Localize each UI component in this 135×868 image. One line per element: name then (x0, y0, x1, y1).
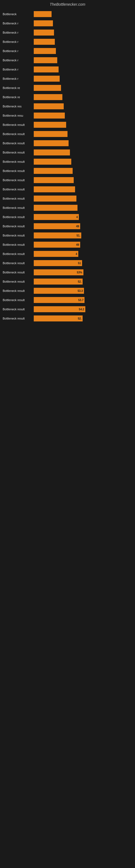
bar-row: Bottleneck re (3, 84, 132, 92)
bar-label: Bottleneck res (3, 105, 34, 108)
bar: 54.2 (34, 306, 85, 312)
bar-value: 49 (76, 225, 79, 228)
bar-value: 51. (77, 234, 81, 237)
bar-wrapper: 49 (34, 242, 132, 248)
bar-row: Bottleneck result (3, 149, 132, 156)
bar-value: 4 (76, 252, 77, 255)
bar-wrapper (34, 205, 132, 211)
bar-value: 4 (76, 216, 78, 219)
bar-label: Bottleneck result (3, 299, 34, 302)
bar-wrapper (34, 103, 132, 109)
bar-row: Bottleneck resu (3, 112, 132, 119)
bar: 53.7 (34, 297, 85, 303)
bar (34, 48, 56, 54)
bar-wrapper (34, 57, 132, 63)
bar-row: Bottleneck r (3, 38, 132, 45)
bar-wrapper (34, 159, 132, 165)
bar-label: Bottleneck r (3, 50, 34, 53)
bar-label: Bottleneck result (3, 280, 34, 283)
bar-wrapper (34, 30, 132, 35)
bar (34, 20, 53, 26)
bar (34, 30, 54, 35)
bar (34, 195, 77, 202)
bar-wrapper (34, 131, 132, 137)
bar-wrapper: 51 (34, 260, 132, 266)
bar-row: Bottleneck result4 (3, 213, 132, 221)
bar-value: 52. (78, 317, 82, 320)
bar: 52. (34, 279, 83, 284)
bar-label: Bottleneck r (3, 68, 34, 71)
bar-label: Bottleneck r (3, 59, 34, 62)
bar-row: Bottleneck result (3, 130, 132, 138)
bar-wrapper (34, 20, 132, 26)
bar-wrapper: 53% (34, 269, 132, 275)
bar (34, 177, 74, 183)
bar-wrapper: 54.2 (34, 306, 132, 312)
bar-label: Bottleneck result (3, 234, 34, 237)
bar (34, 66, 58, 72)
bar-wrapper (34, 195, 132, 202)
bar (34, 76, 60, 82)
bar-wrapper (34, 66, 132, 72)
bar-wrapper (34, 48, 132, 54)
bar-label: Bottleneck result (3, 160, 34, 163)
bar (34, 39, 55, 45)
bar-row: Bottleneck result53% (3, 269, 132, 276)
bar (34, 150, 70, 155)
bar (34, 122, 66, 128)
bar-label: Bottleneck (3, 12, 34, 16)
bar-wrapper: 4 (34, 251, 132, 257)
bar-wrapper (34, 177, 132, 183)
bar-label: Bottleneck result (3, 179, 34, 182)
bar-row: Bottleneck result51 (3, 259, 132, 267)
bar-row: Bottleneck result49 (3, 241, 132, 248)
bar (34, 186, 75, 192)
bar: 49 (34, 242, 80, 248)
bar: 51 (34, 260, 82, 266)
bar-row: Bottleneck result52. (3, 278, 132, 285)
bar (34, 159, 71, 165)
bar-row: Bottleneck result49 (3, 222, 132, 230)
site-title: TheBottlenecker.com (0, 0, 135, 8)
bar-label: Bottleneck result (3, 169, 34, 173)
bar-row: Bottleneck r (3, 47, 132, 55)
bar-row: Bottleneck result53.7 (3, 296, 132, 304)
bar (34, 11, 52, 17)
bar (34, 94, 62, 100)
bar: 52. (34, 315, 83, 321)
bar: 4 (34, 214, 79, 220)
bar-row: Bottleneck result53.3 (3, 287, 132, 294)
bar-wrapper (34, 94, 132, 100)
bar-label: Bottleneck result (3, 308, 34, 311)
bar-row: Bottleneck r (3, 66, 132, 73)
bar (34, 131, 68, 137)
bar-wrapper: 52. (34, 315, 132, 321)
bar-label: Bottleneck result (3, 243, 34, 246)
bar-row: Bottleneck result54.2 (3, 305, 132, 313)
bar-row: Bottleneck result4 (3, 250, 132, 258)
bar-wrapper: 53.3 (34, 288, 132, 294)
bar-label: Bottleneck result (3, 215, 34, 219)
bar-label: Bottleneck result (3, 225, 34, 228)
bar-row: Bottleneck r (3, 75, 132, 83)
bar-wrapper (34, 140, 132, 146)
bar-row: Bottleneck result (3, 167, 132, 175)
bar-row: Bottleneck result (3, 204, 132, 212)
bar: 53% (34, 269, 83, 275)
bar-row: Bottleneck result (3, 176, 132, 184)
bar-label: Bottleneck r (3, 22, 34, 25)
bar-label: Bottleneck result (3, 151, 34, 154)
bar-value: 49 (76, 243, 79, 246)
bar-value: 52. (78, 280, 82, 283)
bar: 49 (34, 223, 80, 229)
bar-row: Bottleneck result (3, 186, 132, 193)
bar-label: Bottleneck re (3, 95, 34, 99)
bar-value: 53.7 (78, 299, 83, 302)
bar-wrapper: 49 (34, 223, 132, 229)
bar: 51. (34, 232, 81, 239)
bar (34, 85, 61, 91)
bar-row: Bottleneck result (3, 121, 132, 129)
bar-row: Bottleneck result52. (3, 315, 132, 322)
bar-wrapper (34, 122, 132, 128)
bar-row: Bottleneck r (3, 56, 132, 64)
